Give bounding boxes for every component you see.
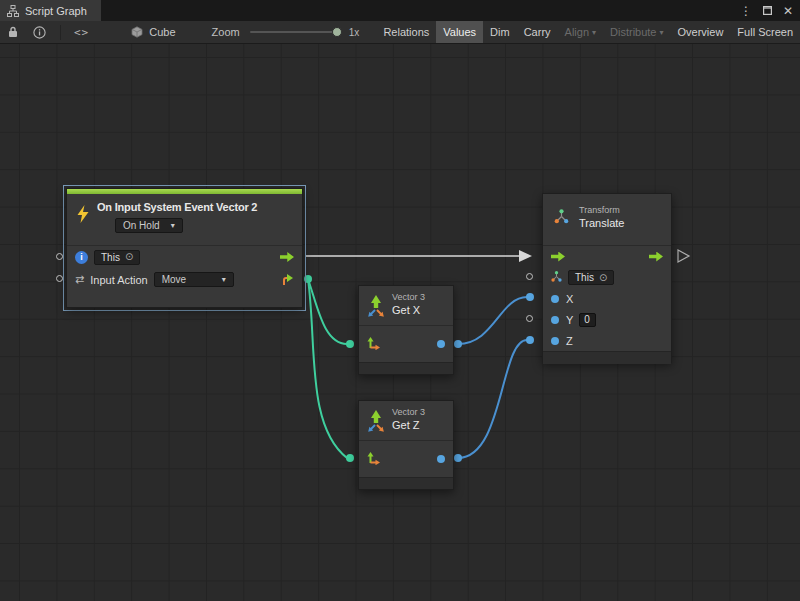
node-get-x[interactable]: Vector 3 Get X xyxy=(358,285,454,375)
translate-this-label: This xyxy=(575,272,594,283)
vector3-input-port-icon[interactable] xyxy=(367,337,380,352)
getx-ports-row xyxy=(359,326,453,362)
node-translate[interactable]: Transform Translate xyxy=(542,193,672,363)
maximize-icon[interactable] xyxy=(763,5,772,17)
input-action-dropdown[interactable]: Move ▾ xyxy=(154,272,234,287)
control-output-arrow-icon[interactable] xyxy=(649,252,663,262)
translate-z-port[interactable] xyxy=(551,337,559,345)
control-input-arrow-icon[interactable] xyxy=(551,252,565,262)
translate-y-port[interactable] xyxy=(551,316,559,324)
input-action-value: Move xyxy=(162,274,186,285)
toolbar-button-dim[interactable]: Dim xyxy=(483,21,517,43)
event-this-port[interactable] xyxy=(56,253,63,260)
translate-this-row: This ⊙ xyxy=(543,267,671,288)
vector2-output-icon[interactable] xyxy=(281,273,294,286)
zoom-label: Zoom xyxy=(212,26,240,38)
info-icon[interactable] xyxy=(33,26,46,39)
event-mode-dropdown[interactable]: On Hold ▾ xyxy=(115,218,183,233)
toolbar-button-align[interactable]: Align ▾ xyxy=(558,21,603,43)
chevron-down-icon: ▾ xyxy=(171,221,175,230)
graph-canvas[interactable]: On Input System Event Vector 2 On Hold ▾… xyxy=(0,44,800,601)
translate-title: Translate xyxy=(579,217,663,229)
toolbar-button-values[interactable]: Values xyxy=(436,21,483,43)
translate-this-port[interactable] xyxy=(526,273,533,280)
toolbar-button-distribute[interactable]: Distribute ▾ xyxy=(603,21,670,43)
toolbar-button-relations[interactable]: Relations xyxy=(376,21,436,43)
kebab-menu-icon[interactable]: ⋮ xyxy=(740,5,752,17)
transform-icon xyxy=(554,209,569,226)
getx-footer xyxy=(359,362,453,374)
translate-y-label: Y xyxy=(566,314,573,326)
transform-mini-icon xyxy=(551,271,562,284)
translate-y-outer-port[interactable] xyxy=(526,315,533,322)
event-node-header[interactable]: On Input System Event Vector 2 On Hold ▾ xyxy=(67,194,302,246)
input-action-icon: ⇄ xyxy=(75,274,84,285)
translate-this-field[interactable]: This ⊙ xyxy=(568,270,614,285)
script-graph-icon xyxy=(7,5,19,17)
zoom-slider-knob[interactable] xyxy=(332,27,342,37)
getz-ports-row xyxy=(359,441,453,477)
translate-y-row: Y 0 xyxy=(543,309,671,330)
chevron-down-icon: ▾ xyxy=(592,28,596,37)
wire-event-to-getx[interactable] xyxy=(308,279,347,344)
node-on-input-system-event[interactable]: On Input System Event Vector 2 On Hold ▾… xyxy=(66,188,303,308)
getx-header[interactable]: Vector 3 Get X xyxy=(359,286,453,326)
event-node-title: On Input System Event Vector 2 xyxy=(97,201,294,213)
wire-arrowhead xyxy=(519,250,532,262)
input-action-label: Input Action xyxy=(90,274,148,286)
graph-output-triangle xyxy=(678,250,689,262)
getx-output-port[interactable] xyxy=(437,340,445,348)
blue-port-dot xyxy=(454,454,462,462)
tab-title: Script Graph xyxy=(25,5,87,17)
translate-flow-row xyxy=(543,246,671,267)
translate-x-port[interactable] xyxy=(551,295,559,303)
vector3-icon xyxy=(366,294,386,320)
tab-bar: Script Graph ⋮ ✕ xyxy=(0,0,800,21)
event-input-action-port[interactable] xyxy=(56,275,63,282)
script-graph-window: Script Graph ⋮ ✕ <> xyxy=(0,0,800,601)
translate-category: Transform xyxy=(579,205,663,215)
lightning-bolt-icon xyxy=(76,205,90,225)
object-picker-icon[interactable]: ⊙ xyxy=(599,273,607,283)
toolbar-button-overview[interactable]: Overview xyxy=(671,21,731,43)
getx-title: Get X xyxy=(392,304,447,316)
close-icon[interactable]: ✕ xyxy=(783,5,793,17)
gameobject-icon: i xyxy=(75,251,88,264)
blue-port-dot xyxy=(454,340,462,348)
wire-getz-to-z[interactable] xyxy=(458,340,527,458)
toolbar-button-align-label: Align xyxy=(565,26,589,38)
translate-y-value-input[interactable]: 0 xyxy=(579,313,596,327)
zoom-slider-track[interactable] xyxy=(250,31,342,33)
toolbar-button-fullscreen[interactable]: Full Screen xyxy=(730,21,800,43)
toolbar-buttons: Relations Values Dim Carry Align ▾ Distr… xyxy=(376,21,800,43)
translate-header[interactable]: Transform Translate xyxy=(543,194,671,246)
zoom-value: 1x xyxy=(349,27,360,38)
event-this-field[interactable]: This ⊙ xyxy=(94,250,140,265)
event-this-label: This xyxy=(101,252,120,263)
blue-port-dot xyxy=(526,336,534,344)
tab-script-graph[interactable]: Script Graph xyxy=(0,0,101,21)
toolbar-separator xyxy=(60,25,61,40)
wire-getx-to-x[interactable] xyxy=(458,297,527,344)
control-output-arrow-icon[interactable] xyxy=(280,252,294,262)
getz-output-port[interactable] xyxy=(437,455,445,463)
getz-header[interactable]: Vector 3 Get Z xyxy=(359,401,453,441)
graph-target[interactable]: Cube xyxy=(131,26,175,38)
vector3-icon xyxy=(366,409,386,435)
translate-z-row: Z xyxy=(543,330,671,351)
green-port-dot xyxy=(346,454,354,462)
object-picker-icon[interactable]: ⊙ xyxy=(125,252,133,262)
translate-z-label: Z xyxy=(566,335,573,347)
lock-icon[interactable] xyxy=(8,26,18,38)
event-mode-value: On Hold xyxy=(123,220,160,231)
vector3-input-port-icon[interactable] xyxy=(367,452,380,467)
event-this-row: i This ⊙ xyxy=(67,246,302,268)
getx-category: Vector 3 xyxy=(392,292,447,302)
toolbar-button-carry[interactable]: Carry xyxy=(517,21,558,43)
node-get-z[interactable]: Vector 3 Get Z xyxy=(358,400,454,490)
toolbar-button-distribute-label: Distribute xyxy=(610,26,656,38)
wire-event-to-getz[interactable] xyxy=(308,279,347,458)
graph-toolbar: <> Cube Zoom 1x Relations Values Dim Car… xyxy=(0,21,800,44)
zoom-slider[interactable] xyxy=(250,26,342,38)
embed-icon[interactable]: <> xyxy=(74,26,89,39)
